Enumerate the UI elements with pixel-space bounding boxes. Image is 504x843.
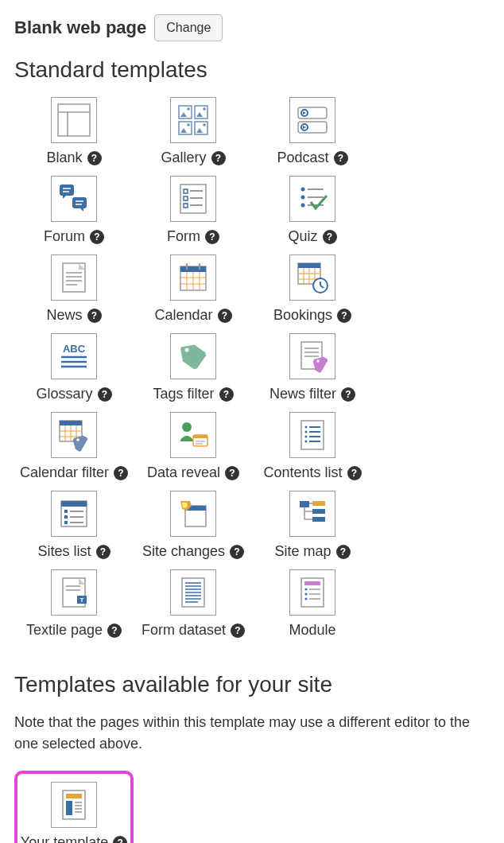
template-label-row: Gallery? xyxy=(161,150,225,166)
template-tile-forum[interactable]: Forum? xyxy=(14,176,134,245)
template-label-row: Data reveal? xyxy=(147,464,239,481)
template-label: Tags filter xyxy=(153,386,214,402)
template-label: Data reveal xyxy=(147,464,220,481)
template-label: Site changes xyxy=(142,543,225,560)
sitechanges-icon xyxy=(170,491,216,537)
template-label: Forum xyxy=(44,228,85,245)
template-label: Podcast xyxy=(277,150,328,166)
template-label-row: Textile page? xyxy=(26,622,122,639)
help-icon[interactable]: ? xyxy=(96,545,110,559)
help-icon[interactable]: ? xyxy=(107,624,122,638)
calfilter-icon xyxy=(51,412,97,458)
template-tile-yourtemplate[interactable]: Your template? xyxy=(14,782,134,843)
template-label-row: Form? xyxy=(167,228,219,245)
yourtemplate-icon xyxy=(51,782,97,828)
template-tile-form[interactable]: Form? xyxy=(134,176,253,245)
template-label-row: Calendar? xyxy=(154,307,231,324)
news-icon xyxy=(51,254,97,301)
template-tile-gallery[interactable]: Gallery? xyxy=(134,97,253,166)
help-icon[interactable]: ? xyxy=(98,387,112,402)
bookings-icon xyxy=(289,254,335,301)
standard-templates-heading: Standard templates xyxy=(14,57,490,83)
template-label: Contents list xyxy=(263,464,342,481)
help-icon[interactable]: ? xyxy=(341,387,355,402)
help-icon[interactable]: ? xyxy=(218,309,232,323)
template-label-row: Glossary? xyxy=(36,386,111,402)
template-label: Calendar filter xyxy=(20,464,109,481)
change-button[interactable]: Change xyxy=(154,14,223,41)
textile-icon xyxy=(51,569,97,616)
template-tile-quiz[interactable]: Quiz? xyxy=(253,176,372,245)
help-icon[interactable]: ? xyxy=(87,151,102,165)
template-label-row: News? xyxy=(46,307,101,324)
template-tile-newsfilter[interactable]: News filter? xyxy=(253,333,372,402)
template-label: Calendar xyxy=(154,307,212,324)
template-tile-contents[interactable]: Contents list? xyxy=(253,412,372,481)
help-icon[interactable]: ? xyxy=(219,387,234,402)
template-label-row: Forum? xyxy=(44,228,104,245)
template-label: Bookings xyxy=(273,307,332,324)
template-label-row: Module xyxy=(289,622,335,639)
help-icon[interactable]: ? xyxy=(87,309,102,323)
template-tile-podcast[interactable]: Podcast? xyxy=(253,97,372,166)
form-icon xyxy=(170,176,216,222)
help-icon[interactable]: ? xyxy=(336,545,351,559)
contents-icon xyxy=(289,412,335,458)
template-tile-glossary[interactable]: Glossary? xyxy=(14,333,134,402)
template-label: Form dataset xyxy=(142,622,226,639)
template-label-row: Bookings? xyxy=(273,307,351,324)
template-tile-sitechanges[interactable]: Site changes? xyxy=(134,491,253,560)
help-icon[interactable]: ? xyxy=(205,230,219,244)
template-tile-tags[interactable]: Tags filter? xyxy=(134,333,253,402)
help-icon[interactable]: ? xyxy=(347,466,362,480)
template-label-row: Contents list? xyxy=(263,464,361,481)
template-tile-sitemap[interactable]: Site map? xyxy=(253,491,372,560)
help-icon[interactable]: ? xyxy=(90,230,104,244)
template-label: Module xyxy=(289,622,335,639)
help-icon[interactable]: ? xyxy=(334,151,348,165)
template-label-row: Calendar filter? xyxy=(20,464,128,481)
help-icon[interactable]: ? xyxy=(211,151,226,165)
template-label-row: Tags filter? xyxy=(153,386,233,402)
forum-icon xyxy=(51,176,97,222)
standard-templates-grid: Blank?Gallery?Podcast?Forum?Form?Quiz?Ne… xyxy=(14,97,490,648)
template-label: Site map xyxy=(274,543,331,560)
help-icon[interactable]: ? xyxy=(337,309,351,323)
help-icon[interactable]: ? xyxy=(230,545,244,559)
help-icon[interactable]: ? xyxy=(225,466,239,480)
datareveal-icon xyxy=(170,412,216,458)
template-label: Gallery xyxy=(161,150,206,166)
help-icon[interactable]: ? xyxy=(231,624,245,638)
template-tile-calendar[interactable]: Calendar? xyxy=(134,254,253,324)
header: Blank web page Change xyxy=(14,14,490,41)
template-tile-textile[interactable]: Textile page? xyxy=(14,569,134,639)
module-icon xyxy=(289,569,335,616)
help-icon[interactable]: ? xyxy=(114,466,128,480)
site-templates-grid: Your template? xyxy=(14,771,490,843)
template-label-row: Sites list? xyxy=(37,543,110,560)
tags-icon xyxy=(170,333,216,379)
template-label-row: News filter? xyxy=(269,386,355,402)
template-tile-bookings[interactable]: Bookings? xyxy=(253,254,372,324)
help-icon[interactable]: ? xyxy=(113,836,127,844)
template-label-row: Site map? xyxy=(274,543,350,560)
sitemap-icon xyxy=(289,491,335,537)
template-tile-module[interactable]: Module xyxy=(253,569,372,639)
template-label: Your template xyxy=(21,834,108,843)
template-tile-siteslist[interactable]: Sites list? xyxy=(14,491,134,560)
calendar-icon xyxy=(170,254,216,301)
quiz-icon xyxy=(289,176,335,222)
highlighted-template: Your template? xyxy=(14,771,134,843)
template-tile-calfilter[interactable]: Calendar filter? xyxy=(14,412,134,481)
template-label: Textile page xyxy=(26,622,103,639)
newsfilter-icon xyxy=(289,333,335,379)
podcast-icon xyxy=(289,97,335,143)
template-label-row: Quiz? xyxy=(288,228,336,245)
template-tile-datareveal[interactable]: Data reveal? xyxy=(134,412,253,481)
blank-icon xyxy=(51,97,97,143)
help-icon[interactable]: ? xyxy=(323,230,337,244)
template-tile-blank[interactable]: Blank? xyxy=(14,97,134,166)
template-tile-formdataset[interactable]: Form dataset? xyxy=(134,569,253,639)
glossary-icon xyxy=(51,333,97,379)
template-tile-news[interactable]: News? xyxy=(14,254,134,324)
